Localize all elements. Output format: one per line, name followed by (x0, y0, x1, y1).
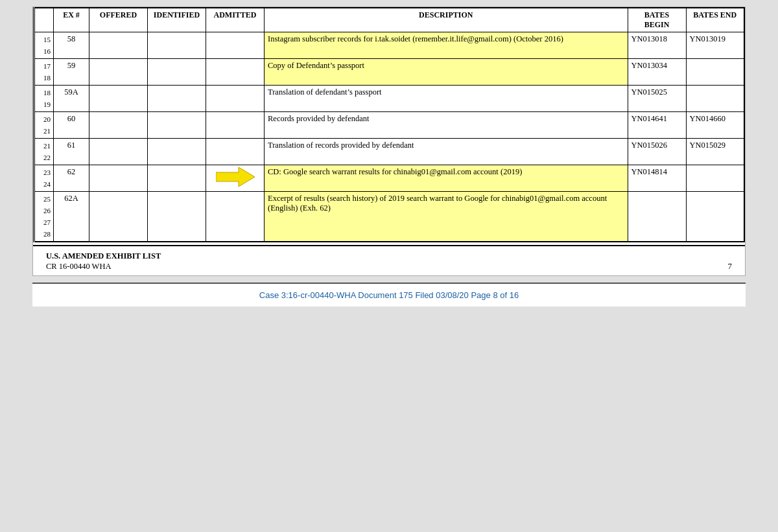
identified-6 (148, 192, 206, 242)
table-row-1: 171859Copy of Defendant’s passportYN0130… (34, 59, 745, 86)
admitted-1 (206, 59, 265, 86)
description-5: CD: Google search warrant results for ch… (265, 165, 628, 192)
bates-end-0: YN013019 (686, 32, 744, 59)
table-row-3: 202160Records provided by defendantYN014… (34, 112, 745, 139)
bates-end-4: YN015029 (686, 139, 744, 165)
bates-begin-1: YN013034 (628, 59, 686, 86)
identified-3 (148, 112, 206, 139)
bottom-bar: Case 3:16-cr-00440-WHA Document 175 File… (32, 283, 746, 306)
identified-0 (148, 32, 206, 59)
admitted-6 (206, 192, 265, 242)
svg-marker-0 (216, 167, 255, 187)
bates-end-2 (686, 86, 744, 112)
description-4: Translation of records provided by defen… (265, 139, 628, 165)
admitted-5 (206, 165, 265, 192)
admitted-3 (206, 112, 265, 139)
description-0: Instagram subscriber records for i.tak.s… (265, 32, 628, 59)
description-3: Records provided by defendant (265, 112, 628, 139)
offered-0 (89, 32, 148, 59)
bates-end-5 (686, 165, 744, 192)
description-1: Copy of Defendant’s passport (265, 59, 628, 86)
col-header-1: EX # (54, 8, 89, 32)
line-numbers-4: 2122 (34, 139, 54, 165)
footer-case: CR 16-00440 WHA (46, 262, 111, 272)
arrow-shape-5 (216, 167, 255, 187)
col-header-3: IDENTIFIED (148, 8, 206, 32)
table-row-6: 2526272862AExcerpt of results (search hi… (34, 192, 745, 242)
footer-page-num: 7 (728, 261, 733, 272)
offered-5 (89, 165, 148, 192)
col-header-0 (34, 8, 54, 32)
bates-end-3: YN014660 (686, 112, 744, 139)
offered-4 (89, 139, 148, 165)
identified-2 (148, 86, 206, 112)
description-2: Translation of defendant’s passport (265, 86, 628, 112)
col-header-2: OFFERED (89, 8, 148, 32)
bottom-bar-text: Case 3:16-cr-00440-WHA Document 175 File… (259, 290, 519, 300)
table-row-0: 151658Instagram subscriber records for i… (34, 32, 745, 59)
bates-begin-3: YN014641 (628, 112, 686, 139)
identified-1 (148, 59, 206, 86)
col-header-5: DESCRIPTION (265, 8, 628, 32)
bates-begin-0: YN013018 (628, 32, 686, 59)
bates-begin-6 (628, 192, 686, 242)
admitted-2 (206, 86, 265, 112)
table-container: EX #OFFEREDIDENTIFIEDADMITTEDDESCRIPTION… (33, 7, 745, 242)
footer: U.S. AMENDED EXHIBIT LIST CR 16-00440 WH… (33, 245, 745, 275)
bates-begin-2: YN015025 (628, 86, 686, 112)
ex-num-6: 62A (54, 192, 89, 242)
identified-4 (148, 139, 206, 165)
line-numbers-6: 25262728 (34, 192, 54, 242)
ex-num-2: 59A (54, 86, 89, 112)
exhibit-table: EX #OFFEREDIDENTIFIEDADMITTEDDESCRIPTION… (33, 7, 745, 242)
line-numbers-3: 2021 (34, 112, 54, 139)
table-row-4: 212261Translation of records provided by… (34, 139, 745, 165)
description-6: Excerpt of results (search history) of 2… (265, 192, 628, 242)
admitted-4 (206, 139, 265, 165)
line-numbers-1: 1718 (34, 59, 54, 86)
offered-1 (89, 59, 148, 86)
bates-begin-4: YN015026 (628, 139, 686, 165)
ex-num-1: 59 (54, 59, 89, 86)
table-header-row: EX #OFFEREDIDENTIFIEDADMITTEDDESCRIPTION… (34, 8, 745, 32)
ex-num-4: 61 (54, 139, 89, 165)
col-header-6: BATES BEGIN (628, 8, 686, 32)
bates-end-1 (686, 59, 744, 86)
col-header-4: ADMITTED (206, 8, 265, 32)
ex-num-5: 62 (54, 165, 89, 192)
table-row-2: 181959ATranslation of defendant’s passpo… (34, 86, 745, 112)
document-page: EX #OFFEREDIDENTIFIEDADMITTEDDESCRIPTION… (32, 6, 746, 276)
ex-num-0: 58 (54, 32, 89, 59)
admitted-0 (206, 32, 265, 59)
offered-3 (89, 112, 148, 139)
offered-6 (89, 192, 148, 242)
line-numbers-0: 1516 (34, 32, 54, 59)
identified-5 (148, 165, 206, 192)
footer-title: U.S. AMENDED EXHIBIT LIST (46, 251, 732, 261)
ex-num-3: 60 (54, 112, 89, 139)
col-header-7: BATES END (686, 8, 744, 32)
offered-2 (89, 86, 148, 112)
table-row-5: 232462CD: Google search warrant results … (34, 165, 745, 192)
line-numbers-5: 2324 (34, 165, 54, 192)
bates-begin-5: YN014814 (628, 165, 686, 192)
bates-end-6 (686, 192, 744, 242)
line-numbers-2: 1819 (34, 86, 54, 112)
